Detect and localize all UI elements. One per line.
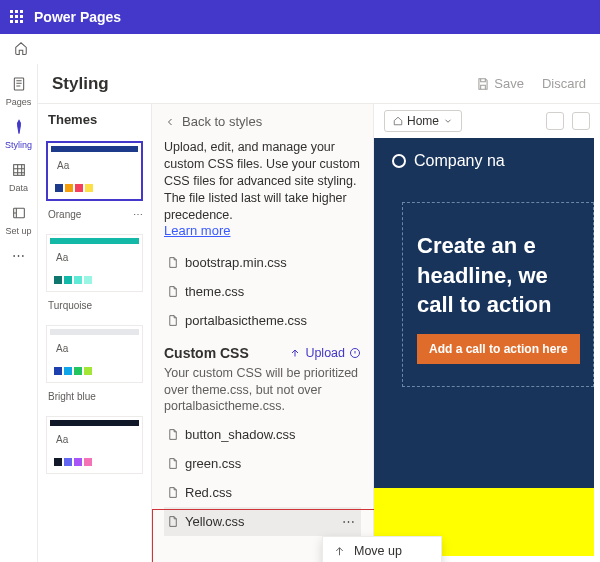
hero-section[interactable]: Create an e headline, we call to action … xyxy=(402,202,594,387)
css-intro-text: Upload, edit, and manage your custom CSS… xyxy=(164,139,361,223)
css-file-row[interactable]: Red.css xyxy=(164,478,361,507)
app-topbar: Power Pages xyxy=(0,0,600,34)
theme-card[interactable]: Aa xyxy=(46,234,143,292)
theme-card[interactable]: Aa xyxy=(46,141,143,201)
company-name: Company na xyxy=(414,152,505,170)
more-icon[interactable]: ⋯ xyxy=(133,209,143,220)
logo-icon xyxy=(392,154,406,168)
preview-canvas: Company na Create an e headline, we call… xyxy=(374,138,594,556)
preview-toolbar: Home xyxy=(374,104,600,138)
css-file-row[interactable]: bootstrap.min.css xyxy=(164,248,361,277)
preview-panel: Home Company na Create an e headline, xyxy=(373,104,600,562)
rail-item-styling[interactable]: Styling xyxy=(0,113,38,156)
css-file-row[interactable]: button_shadow.css xyxy=(164,420,361,449)
breadcrumb[interactable]: Home xyxy=(384,110,462,132)
left-rail: Pages Styling Data Set up ⋯ xyxy=(0,64,38,562)
preview-tools[interactable] xyxy=(546,112,590,130)
ctx-move-up[interactable]: Move up xyxy=(323,537,441,562)
css-file-row[interactable]: portalbasictheme.css xyxy=(164,306,361,335)
rail-item-pages[interactable]: Pages xyxy=(0,70,38,113)
svg-rect-1 xyxy=(13,165,24,176)
rail-item-data[interactable]: Data xyxy=(0,156,38,199)
chevron-down-icon xyxy=(443,116,453,126)
hero-headline: Create an e headline, we call to action xyxy=(417,231,593,320)
discard-button[interactable]: Discard xyxy=(542,76,586,91)
css-file-row[interactable]: Yellow.css⋯ xyxy=(164,507,361,536)
custom-css-heading: Custom CSS xyxy=(164,345,249,361)
more-icon[interactable]: ⋯ xyxy=(342,514,355,529)
waffle-icon[interactable] xyxy=(10,10,24,24)
cta-button[interactable]: Add a call to action here xyxy=(417,334,580,364)
home-icon[interactable] xyxy=(14,41,28,58)
home-bar xyxy=(0,34,600,64)
themes-panel: Themes Aa Orange⋯ Aa Turquoise Aa Bright… xyxy=(38,104,151,562)
theme-card[interactable]: Aa xyxy=(46,325,143,383)
context-menu: Move up Disable Edit code xyxy=(322,536,442,562)
theme-label xyxy=(44,478,145,490)
theme-card[interactable]: Aa xyxy=(46,416,143,474)
css-panel: Back to styles Upload, edit, and manage … xyxy=(151,104,373,562)
svg-rect-0 xyxy=(14,78,23,90)
upload-button[interactable]: Upload xyxy=(289,346,361,360)
css-file-row[interactable]: green.css xyxy=(164,449,361,478)
back-to-styles[interactable]: Back to styles xyxy=(164,114,361,129)
theme-label: Turquoise xyxy=(44,296,145,319)
themes-heading: Themes xyxy=(44,112,145,135)
css-file-row[interactable]: theme.css xyxy=(164,277,361,306)
section-header: Styling Save Discard xyxy=(38,64,600,104)
save-button[interactable]: Save xyxy=(476,76,524,91)
theme-label: Bright blue xyxy=(44,387,145,410)
learn-more-link[interactable]: Learn more xyxy=(164,223,361,238)
rail-more-icon[interactable]: ⋯ xyxy=(12,242,25,269)
theme-label: Orange⋯ xyxy=(44,205,145,228)
custom-css-note: Your custom CSS will be prioritized over… xyxy=(164,365,361,414)
page-title: Styling xyxy=(52,74,458,94)
app-title: Power Pages xyxy=(34,9,121,25)
rail-item-setup[interactable]: Set up xyxy=(0,199,38,242)
